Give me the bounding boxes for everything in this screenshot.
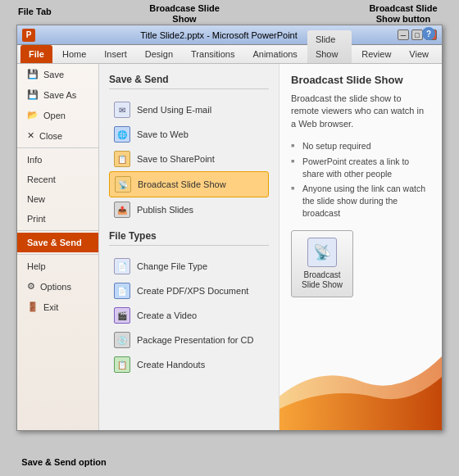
create-video-icon: 🎬 — [114, 307, 130, 324]
publish-icon: 📤 — [114, 202, 130, 218]
create-handouts-label: Create Handouts — [137, 360, 205, 369]
annotation-save-send: Save & Send option — [15, 457, 113, 468]
sidebar-options-label: Options — [40, 282, 71, 292]
main-window: P Title Slide2.pptx - Microsoft PowerPoi… — [16, 25, 443, 431]
main-panel: Save & Send ✉ Send Using E-mail 🌐 Save t… — [99, 64, 442, 430]
sidebar-divider-1 — [17, 147, 98, 148]
ribbon-tabs: File Home Insert Design Transitions Anim… — [17, 45, 442, 63]
save-sharepoint-icon: 📋 — [114, 151, 130, 167]
annotation-broadcast-button: Broadcast SlideShow button — [362, 3, 444, 25]
sidebar-item-recent[interactable]: Recent — [17, 170, 98, 189]
sidebar-print-label: Print — [27, 214, 46, 224]
title-bar: P Title Slide2.pptx - Microsoft PowerPoi… — [17, 25, 442, 45]
maximize-button[interactable]: □ — [411, 29, 423, 40]
sidebar-save-send-label: Save & Send — [27, 238, 82, 247]
sidebar-item-exit[interactable]: 🚪 Exit — [17, 297, 98, 317]
sidebar-item-new[interactable]: New — [17, 189, 98, 209]
sidebar-info-label: Info — [27, 155, 42, 165]
broadcast-label: Broadcast Slide Show — [138, 179, 226, 189]
tab-view[interactable]: View — [401, 45, 437, 63]
save-icon: 💾 — [27, 69, 39, 79]
menu-item-send-email[interactable]: ✉ Send Using E-mail — [109, 97, 269, 122]
sidebar-item-info[interactable]: Info — [17, 150, 98, 170]
outer-wrapper: File Tab Broadcase Slide ShowOption Broa… — [0, 0, 459, 476]
menu-item-create-pdf[interactable]: 📄 Create PDF/XPS Document — [109, 279, 269, 303]
send-email-label: Send Using E-mail — [137, 105, 211, 115]
sidebar-item-close[interactable]: ✕ Close — [17, 125, 98, 146]
sidebar-close-label: Close — [39, 131, 62, 141]
sidebar-divider-2 — [17, 230, 98, 231]
tab-transitions[interactable]: Transitions — [183, 45, 243, 63]
publish-label: Publish Slides — [137, 205, 193, 215]
sidebar: 💾 Save 💾 Save As 📂 Open ✕ Close Info — [17, 64, 99, 430]
app-logo: P — [22, 29, 35, 42]
broadcast-slide-show-button[interactable]: 📡 BroadcastSlide Show — [291, 230, 353, 297]
create-video-label: Create a Video — [137, 311, 197, 320]
menu-item-publish[interactable]: 📤 Publish Slides — [109, 197, 269, 222]
sidebar-exit-label: Exit — [43, 302, 58, 312]
package-cd-icon: 💿 — [114, 332, 130, 348]
sidebar-item-save-send[interactable]: Save & Send — [17, 233, 98, 252]
sidebar-recent-label: Recent — [27, 175, 56, 184]
menu-item-save-web[interactable]: 🌐 Save to Web — [109, 122, 269, 147]
bullet-1: No setup required — [291, 138, 430, 154]
menu-item-broadcast[interactable]: 📡 Broadcast Slide Show — [109, 171, 269, 197]
tab-review[interactable]: Review — [353, 45, 399, 63]
save-web-label: Save to Web — [137, 129, 189, 139]
create-pdf-label: Create PDF/XPS Document — [137, 286, 248, 296]
tab-animations[interactable]: Animations — [244, 45, 305, 63]
annotation-file-tab: File Tab — [18, 7, 52, 17]
close-doc-icon: ✕ — [27, 130, 34, 141]
tab-design[interactable]: Design — [137, 45, 181, 63]
tab-insert[interactable]: Insert — [96, 45, 135, 63]
minimize-button[interactable]: ─ — [398, 29, 409, 40]
save-sharepoint-label: Save to SharePoint — [137, 154, 215, 164]
broadcast-panel-title: Broadcast Slide Show — [291, 74, 430, 86]
sidebar-item-open[interactable]: 📂 Open — [17, 105, 98, 125]
exit-icon: 🚪 — [27, 301, 39, 312]
sidebar-help-label: Help — [27, 261, 46, 271]
sidebar-divider-3 — [17, 254, 98, 255]
tab-home[interactable]: Home — [54, 45, 94, 63]
save-send-section-title: Save & Send — [109, 74, 269, 89]
right-section: Broadcast Slide Show Broadcast the slide… — [279, 64, 442, 430]
orange-wave-decoration — [279, 332, 442, 430]
options-icon: ⚙ — [27, 281, 35, 292]
menu-item-save-sharepoint[interactable]: 📋 Save to SharePoint — [109, 147, 269, 171]
ribbon: File Home Insert Design Transitions Anim… — [17, 45, 442, 64]
content-area: 💾 Save 💾 Save As 📂 Open ✕ Close Info — [17, 64, 442, 430]
sidebar-item-save-as[interactable]: 💾 Save As — [17, 84, 98, 105]
center-section: Save & Send ✉ Send Using E-mail 🌐 Save t… — [99, 64, 279, 430]
send-email-icon: ✉ — [114, 102, 130, 118]
broadcast-button-icon: 📡 — [307, 238, 337, 267]
package-cd-label: Package Presentation for CD — [137, 335, 253, 345]
bullet-2: PowerPoint creates a link to share with … — [291, 154, 430, 181]
help-icon[interactable]: ? — [422, 27, 435, 40]
menu-item-package-cd[interactable]: 💿 Package Presentation for CD — [109, 328, 269, 352]
broadcast-menu-icon: 📡 — [115, 176, 131, 193]
sidebar-item-options[interactable]: ⚙ Options — [17, 276, 98, 297]
sidebar-save-label: Save — [43, 70, 64, 79]
sidebar-item-print[interactable]: Print — [17, 209, 98, 229]
change-file-type-label: Change File Type — [137, 261, 207, 271]
bullet-3: Anyone using the link can watch the slid… — [291, 181, 430, 220]
broadcast-bullets: No setup required PowerPoint creates a l… — [291, 138, 430, 220]
sidebar-save-as-label: Save As — [43, 90, 76, 100]
sidebar-open-label: Open — [43, 111, 66, 120]
menu-item-create-handouts[interactable]: 📋 Create Handouts — [109, 352, 269, 377]
sidebar-item-help[interactable]: Help — [17, 256, 98, 276]
sidebar-new-label: New — [27, 194, 45, 204]
menu-item-create-video[interactable]: 🎬 Create a Video — [109, 303, 269, 328]
open-icon: 📂 — [27, 110, 39, 120]
save-web-icon: 🌐 — [114, 126, 130, 143]
broadcast-button-label: BroadcastSlide Show — [302, 270, 343, 290]
tab-file[interactable]: File — [20, 45, 52, 63]
change-file-type-icon: 📄 — [114, 258, 130, 274]
create-pdf-icon: 📄 — [114, 283, 130, 299]
create-handouts-icon: 📋 — [114, 356, 130, 373]
broadcast-description: Broadcast the slide show to remote viewe… — [291, 93, 430, 130]
file-types-section-title: File Types — [109, 230, 269, 246]
sidebar-item-save[interactable]: 💾 Save — [17, 64, 98, 84]
menu-item-change-file-type[interactable]: 📄 Change File Type — [109, 254, 269, 279]
tab-slide-show[interactable]: Slide Show — [307, 30, 352, 63]
